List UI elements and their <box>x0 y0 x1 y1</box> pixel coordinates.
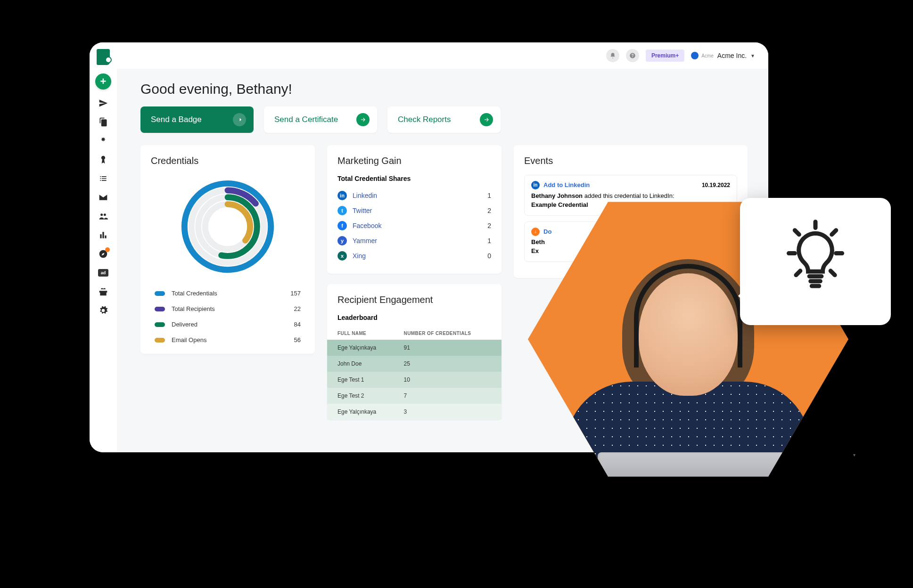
org-logo-icon <box>691 52 699 59</box>
credentials-legend: Total Credentials 157 Total Recipients 2… <box>151 290 304 343</box>
credentials-card: Credentials <box>140 145 315 354</box>
ad-icon[interactable]: ad <box>98 268 108 278</box>
sidebar: + ad <box>90 42 117 452</box>
gift-icon[interactable] <box>98 286 108 297</box>
legend-value: 56 <box>285 336 301 343</box>
org-name: Acme Inc. <box>717 52 747 59</box>
social-icon: x <box>337 251 347 261</box>
engagement-card: Recipient Engagement Leaderboard Full Na… <box>327 284 502 420</box>
lb-name: Ege Yalçınkaya <box>327 340 399 356</box>
legend-row: Email Opens 56 <box>155 336 301 343</box>
legend-label: Total Credentials <box>172 290 285 297</box>
quick-actions: Send a Badge Send a Certificate Check Re… <box>140 106 748 133</box>
legend-row: Total Credentials 157 <box>155 290 301 297</box>
share-value: 1 <box>483 192 491 199</box>
list-icon[interactable] <box>98 173 108 184</box>
share-row: in Linkedin 1 <box>337 188 491 203</box>
arrow-right-icon <box>356 113 370 126</box>
event-line1: Bethany Johnson added this credential to… <box>531 192 730 201</box>
credentials-donut-chart <box>151 175 304 278</box>
share-value: 0 <box>483 252 491 260</box>
lightbulb-icon <box>778 218 853 305</box>
send-icon[interactable] <box>98 98 108 108</box>
users-icon[interactable] <box>98 211 108 221</box>
table-row: Ege Yalçınkaya91 <box>327 340 502 356</box>
legend-swatch <box>155 338 165 343</box>
legend-value: 157 <box>285 290 301 297</box>
table-row: Ege Test 27 <box>327 388 502 404</box>
share-link[interactable]: Twitter <box>353 207 477 214</box>
events-title: Events <box>524 155 737 166</box>
share-link[interactable]: Linkedin <box>353 192 477 199</box>
help-icon[interactable] <box>626 49 639 62</box>
leaderboard-table: Full Name Number of Credentials Ege Yalç… <box>327 327 502 420</box>
mail-icon[interactable] <box>98 192 108 203</box>
engagement-subtitle: Leaderboard <box>337 314 491 321</box>
event-icon: in <box>531 181 540 189</box>
lb-count: 3 <box>399 404 502 420</box>
send-badge-button[interactable]: Send a Badge <box>140 106 254 133</box>
credentials-title: Credentials <box>151 155 304 166</box>
org-switcher[interactable]: Acme Acme Inc. ▼ <box>691 52 755 59</box>
gear-icon[interactable] <box>98 305 108 316</box>
lb-count: 7 <box>399 388 502 404</box>
explore-icon[interactable] <box>98 249 108 259</box>
header: Premium+ Acme Acme Inc. ▼ <box>117 42 768 69</box>
share-row: x Xing 0 <box>337 248 491 263</box>
share-value: 2 <box>483 207 491 214</box>
share-row: y Yammer 1 <box>337 233 491 248</box>
lb-name: Ege Test 1 <box>327 372 399 388</box>
leaderboard-col-count: Number of Credentials <box>399 327 502 340</box>
send-certificate-button[interactable]: Send a Certificate <box>264 106 377 133</box>
legend-row: Delivered 84 <box>155 321 301 328</box>
app-logo-icon <box>97 49 110 65</box>
bar-chart-icon[interactable] <box>98 230 108 240</box>
leaderboard-col-name: Full Name <box>327 327 399 340</box>
legend-row: Total Recipients 22 <box>155 305 301 312</box>
share-link[interactable]: Yammer <box>353 237 477 245</box>
idea-bubble <box>740 198 891 325</box>
send-certificate-label: Send a Certificate <box>274 115 338 124</box>
share-list: in Linkedin 1t Twitter 2f Facebook 2y Ya… <box>337 188 491 263</box>
legend-label: Delivered <box>172 321 285 328</box>
org-sub-label: Acme <box>701 53 714 58</box>
share-row: f Facebook 2 <box>337 218 491 233</box>
engagement-title: Recipient Engagement <box>337 294 491 305</box>
marketing-subtitle: Total Credential Shares <box>337 175 491 182</box>
share-value: 2 <box>483 222 491 229</box>
legend-label: Total Recipients <box>172 305 285 312</box>
legend-swatch <box>155 322 165 327</box>
check-reports-button[interactable]: Check Reports <box>387 106 501 133</box>
lb-name: Ege Yalçınkaya <box>327 404 399 420</box>
event-date: 10.19.2022 <box>702 181 730 189</box>
lb-name: John Doe <box>327 356 399 372</box>
share-link[interactable]: Xing <box>353 252 477 260</box>
premium-chip[interactable]: Premium+ <box>646 49 684 62</box>
chevron-down-icon: ▾ <box>853 452 855 457</box>
share-row: t Twitter 2 <box>337 203 491 218</box>
table-row: Ege Yalçınkaya3 <box>327 404 502 420</box>
share-value: 1 <box>483 237 491 245</box>
spark-icon[interactable] <box>98 136 108 146</box>
send-badge-label: Send a Badge <box>151 115 202 124</box>
create-button[interactable]: + <box>95 74 111 90</box>
arrow-right-icon <box>480 113 493 126</box>
lb-count: 10 <box>399 372 502 388</box>
bell-icon[interactable] <box>606 49 619 62</box>
social-icon: t <box>337 206 347 215</box>
table-row: Ege Test 110 <box>327 372 502 388</box>
arrow-right-icon <box>233 113 246 126</box>
event-action-link[interactable]: Add to Linkedin <box>543 181 590 190</box>
lb-count: 91 <box>399 340 502 356</box>
event-icon: ↓ <box>531 228 540 236</box>
copy-icon[interactable] <box>98 117 108 127</box>
share-link[interactable]: Facebook <box>353 222 477 229</box>
legend-value: 84 <box>285 321 301 328</box>
chevron-down-icon: ▼ <box>750 53 755 58</box>
social-icon: in <box>337 191 347 200</box>
award-icon[interactable] <box>98 155 108 165</box>
check-reports-label: Check Reports <box>398 115 451 124</box>
event-action-link[interactable]: Do <box>543 228 551 237</box>
legend-label: Email Opens <box>172 336 285 343</box>
greeting: Good evening, Bethany! <box>140 81 748 97</box>
